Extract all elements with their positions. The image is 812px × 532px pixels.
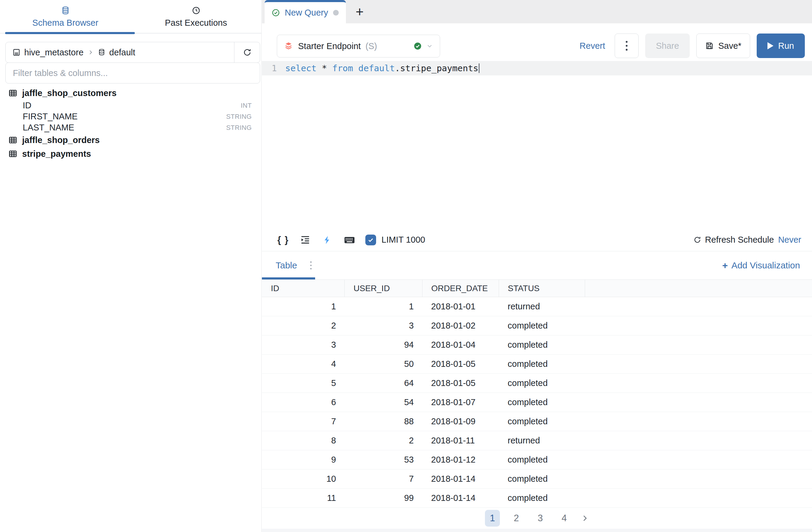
sidebar-tabs: Schema Browser Past Executions xyxy=(0,0,261,33)
catalog-name: hive_metastore xyxy=(24,47,83,57)
endpoint-stack-icon xyxy=(284,41,293,51)
format-braces-button[interactable]: { } xyxy=(277,234,289,246)
endpoint-selector[interactable]: Starter Endpoint (S) xyxy=(277,35,440,57)
schema-name: default xyxy=(109,47,135,57)
query-tab-label: New Query xyxy=(285,8,328,18)
refresh-schedule-value[interactable]: Never xyxy=(778,235,801,245)
schema-filter-input[interactable] xyxy=(6,63,260,83)
tab-past-executions[interactable]: Past Executions xyxy=(131,0,261,33)
schema-column-FIRST_NAME: FIRST_NAMESTRING xyxy=(0,111,261,122)
column-name: FIRST_NAME xyxy=(23,112,78,122)
indent-icon xyxy=(300,235,310,246)
table-row: 11992018-01-14completed xyxy=(262,489,812,508)
column-header-order-date: ORDER_DATE xyxy=(422,280,499,297)
column-type: INT xyxy=(241,102,252,110)
active-tab-underline xyxy=(5,32,135,34)
column-type: STRING xyxy=(226,113,252,121)
table-row: 112018-01-01returned xyxy=(262,297,812,316)
table-cell: 2018-01-11 xyxy=(422,431,499,450)
save-button[interactable]: Save* xyxy=(696,33,750,58)
chevron-right-icon xyxy=(88,50,93,55)
table-cell: returned xyxy=(499,297,585,316)
refresh-icon xyxy=(693,236,701,244)
database-icon xyxy=(98,48,105,56)
table-cell: completed xyxy=(499,489,585,508)
table-row: 3942018-01-04completed xyxy=(262,335,812,354)
share-button[interactable]: Share xyxy=(645,33,690,58)
sql-active-line[interactable]: 1 select * from default.stripe_payments xyxy=(262,61,812,75)
table-row: 5642018-01-05completed xyxy=(262,374,812,393)
page-button-3[interactable]: 3 xyxy=(533,510,548,527)
table-cell: completed xyxy=(499,470,585,489)
editor-header: Starter Endpoint (S) Revert xyxy=(262,23,812,61)
table-cell: 2018-01-04 xyxy=(422,335,499,354)
more-actions-button[interactable] xyxy=(615,33,639,58)
text-cursor xyxy=(479,64,480,73)
limit-checkbox[interactable] xyxy=(365,235,376,246)
table-cell: 2018-01-01 xyxy=(422,297,499,316)
refresh-schedule: Refresh Schedule Never xyxy=(693,235,812,245)
table-cell: 2018-01-14 xyxy=(422,470,499,489)
autocomplete-button[interactable] xyxy=(321,234,334,246)
table-cell: 9 xyxy=(262,450,344,470)
table-name: stripe_payments xyxy=(22,149,91,159)
page-button-4[interactable]: 4 xyxy=(557,510,571,527)
table-grid-icon xyxy=(9,136,17,144)
sidebar-tab-label: Past Executions xyxy=(165,18,227,28)
results-header: Table + Add Visualization xyxy=(262,251,812,279)
results-tab-menu-button[interactable] xyxy=(310,261,312,270)
keyboard-icon xyxy=(344,234,356,246)
table-row: 232018-01-02completed xyxy=(262,316,812,335)
column-type: STRING xyxy=(226,124,252,132)
results-tab-table[interactable]: Table xyxy=(276,260,297,270)
table-cell: 1 xyxy=(344,297,422,316)
schema-filter xyxy=(5,62,260,83)
breadcrumb-catalog[interactable]: hive_metastore xyxy=(12,47,83,57)
breadcrumb-schema[interactable]: default xyxy=(98,47,135,57)
schema-table-jaffle_shop_orders[interactable]: jaffle_shop_orders xyxy=(0,133,261,147)
table-cell: completed xyxy=(499,316,585,335)
indent-button[interactable] xyxy=(299,234,311,246)
column-name: ID xyxy=(23,100,31,110)
schema-table-stripe_payments[interactable]: stripe_payments xyxy=(0,147,261,161)
refresh-schema-button[interactable] xyxy=(234,42,260,62)
endpoint-status-icon xyxy=(414,42,422,50)
table-cell: 50 xyxy=(344,354,422,374)
lightning-icon xyxy=(323,235,332,245)
revert-link[interactable]: Revert xyxy=(580,41,605,51)
keyboard-shortcuts-button[interactable] xyxy=(343,234,356,246)
table-cell: 53 xyxy=(344,450,422,470)
add-visualization-button[interactable]: + Add Visualization xyxy=(722,260,800,271)
table-cell: 64 xyxy=(344,374,422,393)
table-cell: 11 xyxy=(262,489,344,508)
tab-new-query[interactable]: New Query xyxy=(265,0,346,23)
chevron-down-icon xyxy=(426,42,433,50)
run-button[interactable]: Run xyxy=(757,33,805,58)
database-icon xyxy=(61,6,70,15)
table-cell: 88 xyxy=(344,412,422,431)
schema-breadcrumb: hive_metastore default xyxy=(5,42,260,63)
query-tabstrip: New Query + xyxy=(262,0,812,23)
table-row: 4502018-01-05completed xyxy=(262,354,812,374)
table-cell: 2018-01-02 xyxy=(422,316,499,335)
sidebar-tab-label: Schema Browser xyxy=(32,18,98,28)
table-cell: completed xyxy=(499,354,585,374)
table-row: 9532018-01-12completed xyxy=(262,450,812,470)
table-cell-filler xyxy=(585,489,812,508)
table-cell: 7 xyxy=(344,470,422,489)
next-page-button[interactable] xyxy=(581,514,589,522)
page-button-1[interactable]: 1 xyxy=(485,510,500,527)
table-cell: 2 xyxy=(262,316,344,335)
table-cell: completed xyxy=(499,374,585,393)
page-button-2[interactable]: 2 xyxy=(509,510,524,527)
table-cell: 99 xyxy=(344,489,422,508)
table-row: 822018-01-11returned xyxy=(262,431,812,450)
results-table: ID USER_ID ORDER_DATE STATUS 112018-01-0… xyxy=(262,279,812,508)
table-cell-filler xyxy=(585,470,812,489)
table-row: 1072018-01-14completed xyxy=(262,470,812,489)
tab-schema-browser[interactable]: Schema Browser xyxy=(0,0,131,33)
new-tab-button[interactable]: + xyxy=(346,0,373,23)
table-cell-filler xyxy=(585,354,812,374)
schema-table-jaffle_shop_customers[interactable]: jaffle_shop_customers xyxy=(0,86,261,100)
sql-editor[interactable]: 1 select * from default.stripe_payments xyxy=(262,61,812,228)
